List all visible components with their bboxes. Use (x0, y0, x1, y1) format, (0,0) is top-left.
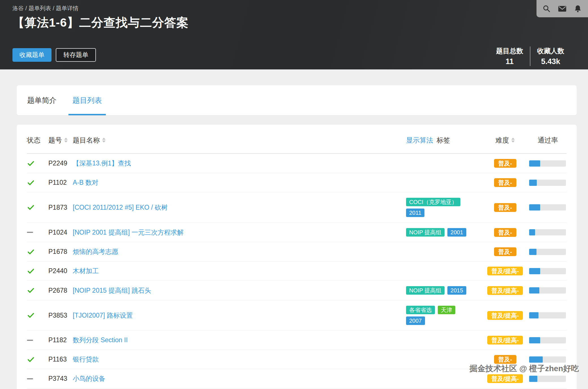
problem-title-link[interactable]: 数列分段 Section II (73, 336, 128, 344)
pass-rate-fill (529, 356, 543, 363)
problem-title-link[interactable]: [COCI 2011/2012 #5] EKO / 砍树 (73, 204, 168, 211)
status-cell (27, 286, 41, 294)
table-row: P1024 [NOIP 2001 提高组] 一元三次方程求解 NOIP 提高组2… (27, 223, 566, 242)
sort-icon[interactable] (102, 138, 106, 143)
problem-title-link[interactable]: [NOIP 2015 提高组] 跳石头 (73, 287, 151, 294)
mail-icon[interactable] (558, 5, 567, 13)
tag[interactable]: 2007 (406, 316, 425, 325)
pass-rate-fill (529, 204, 540, 211)
status-cell (27, 378, 41, 379)
difficulty-badge[interactable]: 普及/提高- (487, 286, 523, 295)
stat-label: 收藏人数 (537, 46, 564, 56)
breadcrumb: 洛谷 / 题单列表 / 题单详情 (12, 5, 78, 12)
problem-table-card: 状态 题号 题目名称 显示算法标签 难度 通过率 P2249 【深基13.例1】… (17, 125, 577, 389)
breadcrumb-home[interactable]: 洛谷 (12, 5, 24, 11)
pass-rate-bar (529, 337, 566, 343)
problem-title-link[interactable]: [NOIP 2001 提高组] 一元三次方程求解 (73, 229, 184, 236)
problem-id: P2678 (41, 287, 73, 294)
problem-id: P1678 (41, 248, 73, 256)
page-title: 【算法1-6】二分查找与二分答案 (12, 15, 189, 31)
problem-title-link[interactable]: 小鸟的设备 (73, 375, 105, 382)
tab-problem-list[interactable]: 题目列表 (72, 85, 102, 115)
stat-value: 5.43k (537, 57, 564, 66)
breadcrumb-separator: / (24, 5, 29, 11)
sort-icon[interactable] (64, 138, 68, 143)
tag-list: COCI（克罗地亚）2011 (406, 198, 473, 217)
problem-title-link[interactable]: 银行贷款 (73, 356, 99, 363)
difficulty-badge[interactable]: 普及/提高- (487, 311, 523, 320)
stat-label: 题目总数 (496, 46, 523, 56)
difficulty-badge[interactable]: 普及/提高- (487, 374, 523, 383)
tag[interactable]: 2015 (447, 286, 466, 295)
tag[interactable]: NOIP 提高组 (406, 286, 445, 295)
favorite-list-button[interactable]: 收藏题单 (12, 48, 51, 62)
header-stats: 题目总数 11 收藏人数 5.43k (489, 46, 571, 66)
problem-title-link[interactable]: 烦恼的高考志愿 (73, 248, 118, 255)
pass-rate-bar (529, 249, 566, 255)
pass-rate-bar (529, 312, 566, 318)
tag-list: NOIP 提高组2001 (406, 228, 473, 237)
tab-bar: 题单简介 题目列表 (17, 85, 577, 115)
show-algorithm-link[interactable]: 显示算法 (406, 136, 433, 145)
stat-value: 11 (496, 57, 523, 66)
topbar-icon-panel (537, 0, 588, 17)
check-icon (27, 267, 35, 275)
breadcrumb-current: 题单详情 (56, 5, 78, 11)
pass-rate-bar (529, 287, 566, 294)
tab-list-intro[interactable]: 题单简介 (27, 85, 57, 115)
problem-id: P1873 (41, 204, 73, 211)
bell-icon[interactable] (574, 5, 582, 13)
difficulty-badge[interactable]: 普及- (494, 203, 516, 212)
pass-rate-fill (529, 376, 537, 382)
problem-id: P1024 (41, 229, 73, 236)
search-icon[interactable] (542, 5, 551, 13)
tag[interactable]: 2001 (447, 228, 466, 237)
difficulty-badge[interactable]: 普及/提高- (487, 336, 523, 345)
problem-rows: P2249 【深基13.例1】查找 普及- P1102 A-B 数对 普及- P… (27, 154, 566, 388)
difficulty-badge[interactable]: 普及- (494, 355, 516, 364)
pass-rate-fill (529, 249, 537, 255)
status-cell (27, 311, 41, 319)
check-icon (27, 160, 35, 167)
pass-rate-fill (529, 180, 537, 186)
problem-title-link[interactable]: A-B 数对 (73, 179, 98, 186)
difficulty-badge[interactable]: 普及- (494, 228, 516, 237)
check-icon (27, 356, 35, 364)
problem-title-link[interactable]: 木材加工 (73, 267, 99, 275)
column-header-tags: 显示算法标签 (406, 136, 481, 145)
difficulty-badge[interactable]: 普及- (494, 159, 516, 168)
tag[interactable]: 天津 (438, 306, 455, 314)
tabs-card: 题单简介 题目列表 (17, 85, 577, 115)
status-cell (27, 356, 41, 364)
header-actions: 收藏题单 转存题单 (12, 48, 96, 62)
pass-rate-bar (529, 268, 566, 274)
table-row: P1678 烦恼的高考志愿 普及- (27, 242, 566, 262)
status-cell (27, 248, 41, 256)
breadcrumb-problem-lists[interactable]: 题单列表 (29, 5, 51, 11)
breadcrumb-separator: / (51, 5, 56, 11)
difficulty-badge[interactable]: 普及- (494, 247, 516, 256)
tag[interactable]: 2011 (406, 209, 424, 217)
tag[interactable]: NOIP 提高组 (406, 228, 445, 237)
page: 洛谷 / 题单列表 / 题单详情 【算法1-6】二分查找与二分答案 收藏题单 转… (0, 0, 588, 389)
column-header-difficulty: 难度 (481, 136, 529, 145)
column-header-pass-rate: 通过率 (529, 136, 566, 145)
problem-title-link[interactable]: [TJOI2007] 路标设置 (73, 312, 133, 319)
problem-id: P3853 (41, 312, 73, 319)
check-icon (27, 248, 35, 256)
table-row: P1102 A-B 数对 普及- (27, 173, 566, 192)
table-header-row: 状态 题号 题目名称 显示算法标签 难度 通过率 (27, 125, 566, 154)
difficulty-badge[interactable]: 普及/提高- (487, 267, 523, 275)
problem-title-link[interactable]: 【深基13.例1】查找 (73, 160, 131, 167)
problem-id: P1163 (41, 356, 73, 363)
check-icon (27, 286, 35, 294)
table-row: P2249 【深基13.例1】查找 普及- (27, 154, 566, 173)
transfer-list-button[interactable]: 转存题单 (56, 48, 96, 62)
sort-icon[interactable] (511, 138, 515, 143)
tag[interactable]: COCI（克罗地亚） (406, 198, 460, 206)
dash-icon (27, 232, 33, 233)
tag[interactable]: 各省省选 (406, 306, 435, 314)
dash-icon (27, 378, 33, 379)
difficulty-badge[interactable]: 普及- (494, 178, 516, 187)
pass-rate-fill (529, 268, 540, 274)
